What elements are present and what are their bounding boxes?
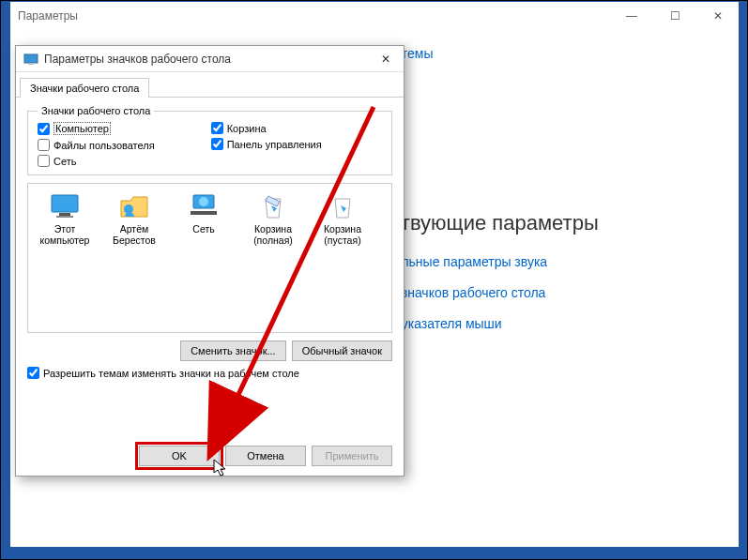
- svg-rect-7: [191, 211, 217, 215]
- default-icon-button[interactable]: Обычный значок: [292, 341, 392, 361]
- checkbox-cpanel[interactable]: Панель управления: [211, 138, 322, 150]
- cancel-button[interactable]: Отмена: [225, 446, 306, 466]
- svg-rect-3: [59, 213, 70, 216]
- desktop-icons-group: Значки рабочего стола Компьютер Файлы по…: [27, 105, 392, 175]
- mouse-pointer-link[interactable]: ры указателя мыши: [381, 316, 739, 331]
- settings-titlebar: Параметры — ☐ ✕: [10, 2, 739, 30]
- icon-preview-pane[interactable]: Этот компьютер Артём Берестов Сеть: [27, 183, 392, 333]
- checkbox-network-input[interactable]: [38, 155, 50, 167]
- svg-rect-2: [52, 195, 78, 212]
- checkbox-userfiles-input[interactable]: [38, 139, 50, 151]
- maximize-button[interactable]: ☐: [662, 9, 688, 23]
- icon-recycle-full[interactable]: Корзина (полная): [242, 191, 304, 246]
- related-settings-heading: тствующие параметры: [381, 211, 739, 235]
- sound-params-link[interactable]: ительные параметры звука: [381, 254, 739, 269]
- theme-params-link[interactable]: ры темы: [381, 46, 739, 61]
- minimize-button[interactable]: —: [618, 9, 645, 23]
- window-controls: — ☐ ✕: [618, 9, 731, 23]
- svg-rect-4: [56, 216, 73, 218]
- tab-strip: Значки рабочего стола: [16, 72, 404, 97]
- ok-button[interactable]: OK: [139, 446, 220, 466]
- icon-network[interactable]: Сеть: [173, 191, 235, 246]
- dialog-title: Параметры значков рабочего стола: [44, 53, 231, 66]
- tab-desktop-icons[interactable]: Значки рабочего стола: [20, 78, 149, 98]
- recycle-empty-icon: [326, 191, 359, 221]
- svg-rect-0: [24, 54, 38, 63]
- checkbox-userfiles[interactable]: Файлы пользователя: [38, 139, 155, 151]
- checkbox-cpanel-input[interactable]: [211, 138, 223, 150]
- svg-rect-1: [28, 63, 34, 65]
- checkbox-computer[interactable]: Компьютер: [38, 122, 155, 135]
- icon-this-pc[interactable]: Этот компьютер: [34, 191, 96, 246]
- tab-body: Значки рабочего стола Компьютер Файлы по…: [16, 97, 404, 386]
- settings-title: Параметры: [18, 9, 78, 23]
- user-folder-icon: [117, 191, 151, 221]
- icon-user-files[interactable]: Артём Берестов: [103, 191, 165, 246]
- dialog-titlebar: Параметры значков рабочего стола ✕: [16, 46, 404, 72]
- allow-themes-input[interactable]: [27, 367, 39, 379]
- svg-point-8: [199, 197, 208, 206]
- checkbox-recycle[interactable]: Корзина: [211, 122, 322, 134]
- dialog-app-icon: [23, 53, 38, 66]
- network-icon: [187, 191, 221, 221]
- computer-icon: [48, 191, 82, 221]
- recycle-full-icon: [256, 191, 290, 221]
- dialog-close-button[interactable]: ✕: [374, 53, 398, 66]
- checkbox-recycle-input[interactable]: [211, 122, 223, 134]
- apply-button: Применить: [312, 446, 392, 466]
- icon-recycle-empty[interactable]: Корзина (пустая): [312, 191, 374, 246]
- desktop-icons-link[interactable]: ры значков рабочего стола: [381, 285, 739, 300]
- allow-themes-checkbox[interactable]: Разрешить темам изменять значки на рабоч…: [27, 367, 392, 379]
- desktop-icon-settings-dialog: Параметры значков рабочего стола ✕ Значк…: [15, 45, 405, 477]
- checkbox-computer-input[interactable]: [38, 123, 50, 135]
- desktop-icons-legend: Значки рабочего стола: [38, 105, 154, 116]
- change-icon-button[interactable]: Сменить значок...: [180, 341, 286, 361]
- close-button[interactable]: ✕: [705, 9, 731, 23]
- checkbox-network[interactable]: Сеть: [38, 155, 155, 167]
